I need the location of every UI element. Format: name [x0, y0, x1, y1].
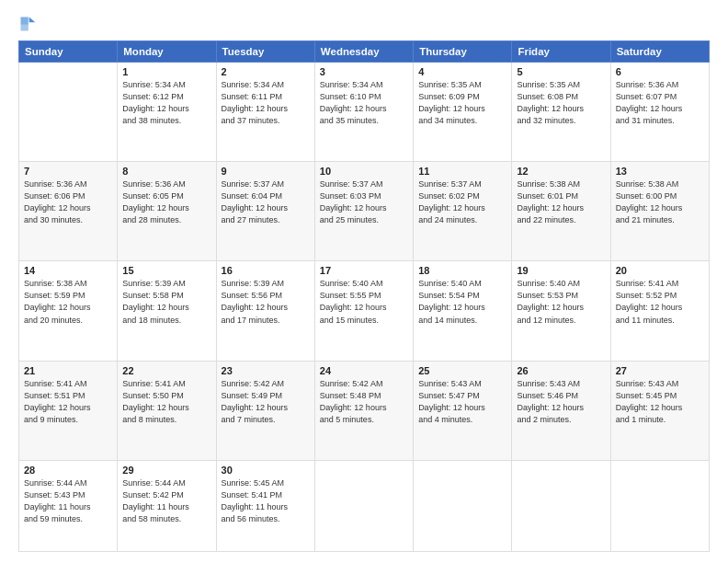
day-number: 5: [517, 66, 605, 77]
calendar-cell: 21Sunrise: 5:41 AMSunset: 5:51 PMDayligh…: [19, 361, 118, 460]
calendar-cell: 7Sunrise: 5:36 AMSunset: 6:06 PMDaylight…: [19, 162, 118, 261]
day-info: Sunrise: 5:34 AMSunset: 6:10 PMDaylight:…: [320, 79, 408, 127]
col-header-wednesday: Wednesday: [314, 41, 413, 63]
calendar-cell: 20Sunrise: 5:41 AMSunset: 5:52 PMDayligh…: [610, 261, 709, 361]
header-row: SundayMondayTuesdayWednesdayThursdayFrid…: [19, 41, 710, 63]
calendar-cell: 28Sunrise: 5:44 AMSunset: 5:43 PMDayligh…: [19, 460, 118, 551]
day-number: 14: [24, 265, 112, 276]
day-number: 25: [418, 365, 506, 376]
day-info: Sunrise: 5:40 AMSunset: 5:54 PMDaylight:…: [418, 278, 506, 326]
day-number: 30: [222, 465, 310, 476]
logo: [18, 15, 39, 33]
day-info: Sunrise: 5:45 AMSunset: 5:41 PMDaylight:…: [222, 477, 310, 525]
calendar-cell: 25Sunrise: 5:43 AMSunset: 5:47 PMDayligh…: [414, 361, 512, 460]
day-info: Sunrise: 5:40 AMSunset: 5:55 PMDaylight:…: [320, 278, 408, 326]
day-info: Sunrise: 5:38 AMSunset: 5:59 PMDaylight:…: [24, 278, 112, 326]
calendar-header: SundayMondayTuesdayWednesdayThursdayFrid…: [19, 41, 710, 63]
calendar-cell: [610, 460, 709, 551]
col-header-sunday: Sunday: [19, 41, 118, 63]
day-number: 3: [320, 66, 408, 77]
day-number: 29: [122, 465, 210, 476]
calendar-cell: 11Sunrise: 5:37 AMSunset: 6:02 PMDayligh…: [414, 162, 512, 261]
calendar-body: 1Sunrise: 5:34 AMSunset: 6:12 PMDaylight…: [19, 63, 710, 552]
calendar-cell: 6Sunrise: 5:36 AMSunset: 6:07 PMDaylight…: [610, 63, 709, 162]
calendar-table: SundayMondayTuesdayWednesdayThursdayFrid…: [18, 40, 710, 552]
day-number: 13: [616, 166, 704, 177]
calendar-cell: 12Sunrise: 5:38 AMSunset: 6:01 PMDayligh…: [512, 162, 610, 261]
day-number: 12: [517, 166, 605, 177]
svg-rect-2: [21, 25, 28, 31]
day-info: Sunrise: 5:43 AMSunset: 5:46 PMDaylight:…: [517, 378, 605, 426]
day-number: 10: [320, 166, 408, 177]
day-number: 23: [222, 365, 310, 376]
header: [18, 15, 710, 33]
day-number: 21: [24, 365, 112, 376]
day-info: Sunrise: 5:37 AMSunset: 6:02 PMDaylight:…: [418, 178, 506, 226]
calendar-cell: 3Sunrise: 5:34 AMSunset: 6:10 PMDaylight…: [314, 63, 413, 162]
day-info: Sunrise: 5:39 AMSunset: 5:58 PMDaylight:…: [122, 278, 210, 326]
day-info: Sunrise: 5:34 AMSunset: 6:11 PMDaylight:…: [222, 79, 310, 127]
day-info: Sunrise: 5:41 AMSunset: 5:51 PMDaylight:…: [24, 378, 112, 426]
calendar-cell: 4Sunrise: 5:35 AMSunset: 6:09 PMDaylight…: [414, 63, 512, 162]
day-number: 24: [320, 365, 408, 376]
calendar-cell: 9Sunrise: 5:37 AMSunset: 6:04 PMDaylight…: [216, 162, 314, 261]
calendar-cell: 2Sunrise: 5:34 AMSunset: 6:11 PMDaylight…: [216, 63, 314, 162]
day-number: 18: [418, 265, 506, 276]
day-number: 6: [616, 66, 704, 77]
day-number: 4: [418, 66, 506, 77]
day-info: Sunrise: 5:39 AMSunset: 5:56 PMDaylight:…: [222, 278, 310, 326]
calendar-cell: 27Sunrise: 5:43 AMSunset: 5:45 PMDayligh…: [610, 361, 709, 460]
svg-rect-1: [21, 17, 28, 25]
calendar-cell: 22Sunrise: 5:41 AMSunset: 5:50 PMDayligh…: [118, 361, 216, 460]
day-number: 8: [122, 166, 210, 177]
day-info: Sunrise: 5:37 AMSunset: 6:04 PMDaylight:…: [222, 178, 310, 226]
day-info: Sunrise: 5:43 AMSunset: 5:45 PMDaylight:…: [616, 378, 704, 426]
col-header-tuesday: Tuesday: [216, 41, 314, 63]
day-number: 28: [24, 465, 112, 476]
calendar-cell: 18Sunrise: 5:40 AMSunset: 5:54 PMDayligh…: [414, 261, 512, 361]
col-header-monday: Monday: [118, 41, 216, 63]
day-info: Sunrise: 5:44 AMSunset: 5:42 PMDaylight:…: [122, 477, 210, 525]
calendar-cell: 29Sunrise: 5:44 AMSunset: 5:42 PMDayligh…: [118, 460, 216, 551]
day-number: 26: [517, 365, 605, 376]
calendar-cell: 24Sunrise: 5:42 AMSunset: 5:48 PMDayligh…: [314, 361, 413, 460]
day-info: Sunrise: 5:40 AMSunset: 5:53 PMDaylight:…: [517, 278, 605, 326]
day-info: Sunrise: 5:41 AMSunset: 5:52 PMDaylight:…: [616, 278, 704, 326]
calendar-cell: 17Sunrise: 5:40 AMSunset: 5:55 PMDayligh…: [314, 261, 413, 361]
col-header-thursday: Thursday: [414, 41, 512, 63]
day-number: 19: [517, 265, 605, 276]
week-row-4: 28Sunrise: 5:44 AMSunset: 5:43 PMDayligh…: [19, 460, 710, 551]
calendar-cell: [512, 460, 610, 551]
day-info: Sunrise: 5:37 AMSunset: 6:03 PMDaylight:…: [320, 178, 408, 226]
day-number: 20: [616, 265, 704, 276]
week-row-1: 7Sunrise: 5:36 AMSunset: 6:06 PMDaylight…: [19, 162, 710, 261]
day-info: Sunrise: 5:42 AMSunset: 5:48 PMDaylight:…: [320, 378, 408, 426]
day-info: Sunrise: 5:42 AMSunset: 5:49 PMDaylight:…: [222, 378, 310, 426]
calendar-cell: [314, 460, 413, 551]
calendar-cell: 1Sunrise: 5:34 AMSunset: 6:12 PMDaylight…: [118, 63, 216, 162]
week-row-2: 14Sunrise: 5:38 AMSunset: 5:59 PMDayligh…: [19, 261, 710, 361]
day-info: Sunrise: 5:36 AMSunset: 6:06 PMDaylight:…: [24, 178, 112, 226]
day-info: Sunrise: 5:43 AMSunset: 5:47 PMDaylight:…: [418, 378, 506, 426]
week-row-3: 21Sunrise: 5:41 AMSunset: 5:51 PMDayligh…: [19, 361, 710, 460]
day-info: Sunrise: 5:38 AMSunset: 6:01 PMDaylight:…: [517, 178, 605, 226]
calendar-cell: 16Sunrise: 5:39 AMSunset: 5:56 PMDayligh…: [216, 261, 314, 361]
calendar-cell: 26Sunrise: 5:43 AMSunset: 5:46 PMDayligh…: [512, 361, 610, 460]
week-row-0: 1Sunrise: 5:34 AMSunset: 6:12 PMDaylight…: [19, 63, 710, 162]
calendar-cell: 10Sunrise: 5:37 AMSunset: 6:03 PMDayligh…: [314, 162, 413, 261]
day-info: Sunrise: 5:35 AMSunset: 6:08 PMDaylight:…: [517, 79, 605, 127]
day-number: 7: [24, 166, 112, 177]
day-info: Sunrise: 5:34 AMSunset: 6:12 PMDaylight:…: [122, 79, 210, 127]
calendar-cell: 19Sunrise: 5:40 AMSunset: 5:53 PMDayligh…: [512, 261, 610, 361]
col-header-saturday: Saturday: [610, 41, 709, 63]
day-number: 15: [122, 265, 210, 276]
day-number: 22: [122, 365, 210, 376]
calendar-cell: 5Sunrise: 5:35 AMSunset: 6:08 PMDaylight…: [512, 63, 610, 162]
calendar-cell: 14Sunrise: 5:38 AMSunset: 5:59 PMDayligh…: [19, 261, 118, 361]
day-number: 11: [418, 166, 506, 177]
day-number: 27: [616, 365, 704, 376]
day-number: 17: [320, 265, 408, 276]
svg-marker-0: [29, 17, 36, 23]
calendar-cell: 30Sunrise: 5:45 AMSunset: 5:41 PMDayligh…: [216, 460, 314, 551]
calendar-cell: 13Sunrise: 5:38 AMSunset: 6:00 PMDayligh…: [610, 162, 709, 261]
